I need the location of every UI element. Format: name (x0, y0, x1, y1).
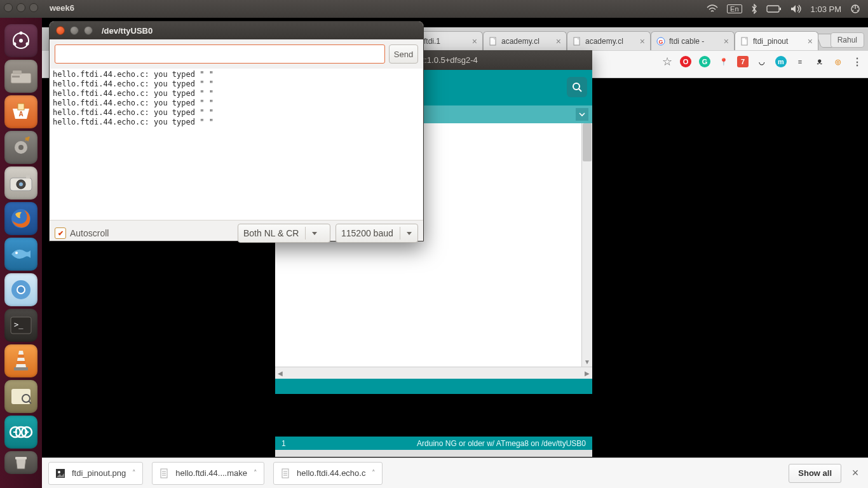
session-indicator-icon[interactable] (850, 4, 860, 14)
ext-panda-icon[interactable]: ᴥ (813, 56, 825, 67)
launcher-vlc-icon[interactable] (4, 344, 37, 377)
svg-rect-27 (17, 361, 25, 364)
chrome-tab[interactable]: G ftdi cable - × (651, 31, 735, 50)
svg-point-6 (26, 43, 29, 46)
chevron-up-icon[interactable]: ˄ (254, 469, 257, 477)
svg-rect-8 (11, 73, 31, 83)
ext-pin-icon[interactable]: 📍 (718, 56, 729, 67)
svg-rect-0 (767, 6, 779, 12)
clock[interactable]: 1:03 PM (811, 4, 841, 14)
arduino-console (275, 394, 592, 437)
minimize-window-icon[interactable] (70, 26, 79, 35)
battery-indicator-icon[interactable] (766, 5, 782, 13)
tab-label: academy.cl (501, 37, 552, 46)
close-tab-icon[interactable]: × (808, 37, 813, 46)
launcher-files-icon[interactable] (4, 60, 37, 93)
baud-dropdown[interactable]: 115200 baud (336, 224, 418, 243)
editor-vertical-scrollbar[interactable]: ▲ ▼ (581, 123, 592, 367)
ext-m-icon[interactable]: m (775, 56, 787, 67)
line-ending-dropdown[interactable]: Both NL & CR (238, 224, 330, 243)
chrome-tab-active[interactable]: ftdi_pinout × (735, 31, 818, 50)
launcher-settings-icon[interactable] (4, 131, 37, 164)
ext-badge-icon[interactable]: 7 (737, 56, 749, 67)
launcher-software-center-icon[interactable]: A (4, 95, 37, 128)
maximize-window-icon[interactable] (29, 3, 38, 12)
scroll-right-icon[interactable]: ▶ (582, 368, 592, 378)
close-window-icon[interactable] (56, 26, 65, 35)
svg-rect-28 (14, 367, 28, 370)
svg-point-4 (19, 39, 23, 43)
launcher-trash-icon[interactable] (4, 451, 37, 474)
minimize-window-icon[interactable] (17, 3, 25, 12)
editor-horizontal-scrollbar[interactable]: ◀ ▶ (275, 367, 592, 379)
network-indicator-icon[interactable] (707, 4, 718, 13)
serial-monitor-icon[interactable] (567, 77, 587, 97)
launcher-terminal-icon[interactable]: >_ (4, 309, 37, 342)
chrome-menu-icon[interactable]: ⋮ (851, 56, 863, 67)
launcher-chromium-icon[interactable] (4, 273, 37, 306)
ext-orange-icon[interactable]: ◎ (832, 56, 844, 67)
launcher-dash-icon[interactable] (4, 24, 37, 57)
svg-point-17 (19, 182, 23, 186)
download-item[interactable]: hello.ftdi.44.echo.c ˄ (273, 462, 383, 485)
file-doc-icon (280, 468, 290, 478)
sound-indicator-icon[interactable] (790, 4, 802, 13)
dropdown-arrow-icon (407, 232, 412, 235)
svg-rect-10 (12, 76, 20, 78)
close-tab-icon[interactable]: × (472, 37, 477, 46)
ext-grammarly-icon[interactable]: G (699, 56, 710, 67)
launcher-arduino-icon[interactable] (4, 416, 37, 449)
ext-opera-icon[interactable]: O (680, 56, 691, 67)
close-window-icon[interactable] (4, 3, 13, 12)
chrome-extensions: ☆ O G 📍 7 ◡ m ≡ ᴥ ◎ ⋮ (662, 56, 863, 67)
launcher-bluefish-icon[interactable] (4, 238, 37, 271)
maximize-window-icon[interactable] (84, 26, 93, 35)
svg-point-7 (13, 43, 17, 46)
close-tab-icon[interactable]: × (556, 37, 561, 46)
close-tab-icon[interactable]: × (640, 37, 645, 46)
send-button[interactable]: Send (389, 44, 418, 64)
favicon-doc-icon (489, 37, 498, 46)
chevron-up-icon[interactable]: ˄ (372, 469, 376, 477)
serialmon-title: /dev/ttyUSB0 (99, 26, 153, 36)
svg-text:A: A (18, 111, 23, 118)
scrollbar-thumb[interactable] (583, 123, 592, 161)
bookmark-star-icon[interactable]: ☆ (662, 56, 672, 67)
ext-pocket-icon[interactable]: ◡ (756, 56, 768, 67)
tab-label: academy.cl (585, 37, 636, 46)
window-title: week6 (50, 3, 74, 13)
dropdown-arrow-icon (312, 232, 317, 235)
svg-point-44 (573, 83, 580, 90)
serial-input[interactable] (55, 44, 385, 64)
close-bar-icon[interactable]: × (849, 466, 862, 480)
svg-point-47 (58, 471, 60, 473)
launcher-sysmonitor-icon[interactable] (4, 380, 37, 413)
show-all-button[interactable]: Show all (789, 464, 841, 483)
scroll-down-icon[interactable]: ▼ (582, 356, 592, 367)
autoscroll-checkbox[interactable]: ✔ Autoscroll (55, 227, 109, 239)
serialmon-titlebar[interactable]: /dev/ttyUSB0 (50, 22, 423, 39)
svg-point-23 (18, 287, 24, 293)
bluetooth-indicator-icon[interactable] (751, 4, 757, 14)
launcher-firefox-icon[interactable] (4, 202, 37, 235)
favicon-google-icon: G (656, 37, 665, 46)
download-item[interactable]: hello.ftdi.44....make ˄ (152, 462, 264, 485)
file-doc-icon (159, 468, 169, 478)
chevron-up-icon[interactable]: ˄ (132, 469, 136, 477)
tab-label: ftdi cable - (669, 37, 720, 46)
chrome-user-button[interactable]: Rahul (831, 32, 864, 48)
launcher-shotwell-icon[interactable] (4, 166, 37, 200)
keyboard-indicator[interactable]: En (727, 4, 742, 13)
tab-dropdown-icon[interactable] (576, 108, 588, 121)
scroll-left-icon[interactable]: ◀ (275, 368, 285, 378)
download-item[interactable]: ftdi_pinout.png ˄ (48, 462, 143, 485)
chrome-tab[interactable]: academy.cl × (567, 31, 651, 50)
download-bar: ftdi_pinout.png ˄ hello.ftdi.44....make … (42, 458, 868, 488)
download-label: hello.ftdi.44.echo.c (297, 468, 365, 478)
serial-monitor-window: /dev/ttyUSB0 Send hello.ftdi.44.echo.c: … (49, 21, 424, 241)
chrome-tab[interactable]: academy.cl × (483, 31, 567, 50)
close-tab-icon[interactable]: × (724, 37, 729, 46)
serial-output: hello.ftdi.44.echo.c: you typed " " hell… (50, 69, 423, 220)
ext-buffer-icon[interactable]: ≡ (794, 56, 806, 67)
tab-label: o.ftdi.1 (417, 37, 468, 46)
